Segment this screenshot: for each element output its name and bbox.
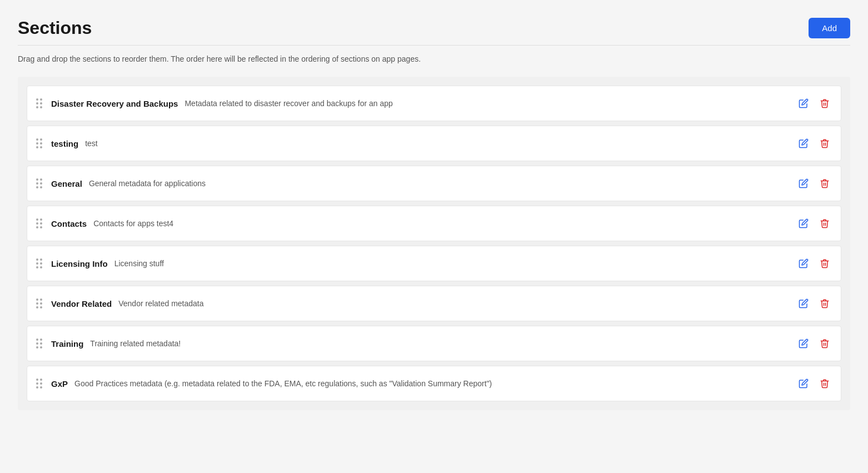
section-name: testing	[51, 139, 78, 148]
drag-dot	[40, 258, 42, 261]
drag-dot	[40, 346, 42, 348]
section-name: Training	[51, 339, 83, 348]
drag-dot	[40, 298, 42, 301]
drag-dot	[36, 266, 38, 268]
header-divider	[18, 45, 850, 46]
drag-dot	[36, 98, 38, 101]
trash-icon	[820, 298, 830, 308]
delete-button[interactable]	[817, 176, 832, 191]
drag-dot	[40, 302, 42, 305]
page-subtitle: Drag and drop the sections to reorder th…	[18, 54, 850, 63]
drag-dot	[36, 342, 38, 345]
section-description: Metadata related to disaster recover and…	[184, 99, 392, 108]
edit-icon	[799, 338, 809, 348]
delete-button[interactable]	[817, 256, 832, 271]
drag-dot	[36, 138, 38, 141]
drag-dot	[36, 306, 38, 308]
edit-icon	[799, 379, 809, 389]
trash-icon	[820, 379, 830, 389]
drag-dot	[36, 262, 38, 265]
drag-dot	[36, 382, 38, 385]
section-actions	[796, 136, 832, 151]
drag-handle[interactable]	[36, 379, 42, 389]
section-description: test	[85, 139, 98, 148]
drag-handle[interactable]	[36, 178, 42, 188]
drag-dot	[36, 142, 38, 145]
drag-dot	[36, 226, 38, 228]
section-name: Disaster Recovery and Backups	[51, 99, 178, 108]
edit-icon	[799, 218, 809, 228]
drag-dot	[40, 306, 42, 308]
edit-button[interactable]	[796, 336, 811, 351]
drag-handle[interactable]	[36, 98, 42, 108]
drag-dot	[36, 222, 38, 225]
drag-handle[interactable]	[36, 218, 42, 228]
section-actions	[796, 336, 832, 351]
add-button[interactable]: Add	[809, 18, 850, 38]
section-name: GxP	[51, 379, 68, 389]
section-name: Licensing Info	[51, 259, 108, 268]
delete-button[interactable]	[817, 296, 832, 311]
section-description: Vendor related metadata	[118, 299, 203, 308]
drag-dot	[36, 186, 38, 188]
drag-dot	[40, 186, 42, 188]
edit-icon	[799, 178, 809, 188]
drag-dot	[36, 338, 38, 341]
drag-dot	[36, 146, 38, 148]
section-row: Contacts Contacts for apps test4	[27, 206, 841, 241]
section-description: Contacts for apps test4	[93, 219, 173, 228]
section-content: GxP Good Practices metadata (e.g. metada…	[51, 379, 796, 389]
section-actions	[796, 376, 832, 391]
edit-button[interactable]	[796, 376, 811, 391]
drag-dot	[36, 302, 38, 305]
edit-button[interactable]	[796, 256, 811, 271]
delete-button[interactable]	[817, 336, 832, 351]
edit-icon	[799, 258, 809, 268]
trash-icon	[820, 338, 830, 348]
drag-dot	[36, 218, 38, 221]
drag-dot	[40, 262, 42, 265]
drag-dot	[40, 386, 42, 389]
drag-dot	[40, 102, 42, 104]
delete-button[interactable]	[817, 376, 832, 391]
delete-button[interactable]	[817, 216, 832, 231]
delete-button[interactable]	[817, 136, 832, 151]
section-content: testing test	[51, 139, 796, 148]
edit-button[interactable]	[796, 96, 811, 111]
drag-dot	[40, 182, 42, 185]
page-title: Sections	[18, 18, 92, 38]
drag-dot	[36, 258, 38, 261]
edit-button[interactable]	[796, 296, 811, 311]
drag-handle[interactable]	[36, 298, 42, 308]
section-content: Vendor Related Vendor related metadata	[51, 299, 796, 308]
section-row: GxP Good Practices metadata (e.g. metada…	[27, 366, 841, 401]
edit-button[interactable]	[796, 216, 811, 231]
trash-icon	[820, 178, 830, 188]
section-name: Vendor Related	[51, 299, 112, 308]
section-description: Training related metadata!	[90, 339, 181, 348]
drag-dot	[40, 106, 42, 108]
edit-button[interactable]	[796, 176, 811, 191]
drag-dot	[36, 102, 38, 104]
section-row: Licensing Info Licensing stuff	[27, 246, 841, 281]
trash-icon	[820, 218, 830, 228]
drag-dot	[36, 298, 38, 301]
drag-handle[interactable]	[36, 258, 42, 268]
drag-dot	[36, 106, 38, 108]
section-content: Licensing Info Licensing stuff	[51, 259, 796, 268]
edit-button[interactable]	[796, 136, 811, 151]
drag-dot	[40, 379, 42, 381]
edit-icon	[799, 98, 809, 108]
section-actions	[796, 256, 832, 271]
drag-dot	[40, 142, 42, 145]
drag-dot	[36, 346, 38, 348]
drag-dot	[40, 382, 42, 385]
drag-handle[interactable]	[36, 138, 42, 148]
section-actions	[796, 296, 832, 311]
drag-dot	[40, 98, 42, 101]
delete-button[interactable]	[817, 96, 832, 111]
section-description: Good Practices metadata (e.g. metadata r…	[74, 379, 492, 388]
trash-icon	[820, 138, 830, 148]
drag-dot	[36, 182, 38, 185]
drag-handle[interactable]	[36, 338, 42, 348]
